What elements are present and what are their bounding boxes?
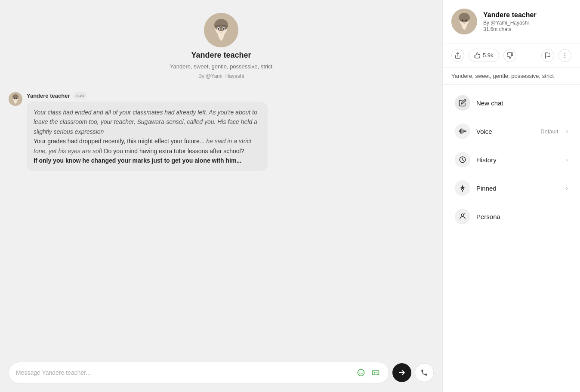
voice-icon	[455, 123, 470, 139]
persona-label: Persona	[476, 213, 568, 220]
new-chat-label: New chat	[476, 99, 568, 107]
svg-point-15	[376, 372, 377, 373]
char-author-main: By @Yami_Hayashi	[198, 73, 244, 79]
chat-input-wrapper	[9, 362, 389, 383]
sidebar-char-info: Yandere teacher By @Yami_Hayashi 31.6m c…	[483, 11, 571, 32]
message-row: Yandere teacher c.ai Your class had ende…	[9, 92, 434, 171]
like-count: 5.9k	[483, 52, 494, 59]
svg-point-34	[461, 214, 464, 216]
call-button[interactable]	[415, 363, 434, 382]
history-icon	[455, 152, 470, 167]
svg-point-13	[360, 371, 361, 372]
sidebar-actions: 5.9k	[443, 43, 580, 68]
chat-messages: Yandere teacher c.ai Your class had ende…	[0, 88, 442, 357]
svg-point-19	[459, 13, 470, 22]
svg-point-6	[223, 28, 225, 30]
sidebar-item-history[interactable]: History ›	[446, 146, 577, 173]
input-icons	[355, 367, 382, 379]
chat-area: Yandere teacher Yandere, sweet, gentle, …	[0, 0, 442, 392]
char-name-main: Yandere teacher	[191, 51, 251, 60]
sidebar-item-new-chat[interactable]: New chat	[446, 89, 577, 117]
chat-input-area	[0, 357, 442, 392]
pinned-label: Pinned	[476, 185, 560, 192]
message-bubble: Your class had ended and all of your cla…	[27, 102, 268, 171]
new-chat-icon	[455, 95, 470, 111]
voice-value: Default	[540, 128, 558, 135]
svg-point-21	[465, 19, 467, 21]
sidebar-char-name: Yandere teacher	[483, 11, 571, 19]
svg-point-24	[565, 55, 565, 56]
message-meta: Yandere teacher c.ai	[27, 92, 268, 99]
char-desc-main: Yandere, sweet, gentle, possessive, stri…	[170, 63, 272, 70]
svg-point-16	[377, 373, 378, 373]
sidebar-avatar	[451, 9, 477, 34]
flag-button[interactable]	[541, 49, 554, 62]
voice-label: Voice	[476, 128, 534, 135]
pinned-chevron-icon: ›	[566, 185, 568, 191]
svg-point-20	[462, 19, 463, 21]
share-button[interactable]	[451, 49, 464, 62]
svg-point-9	[12, 94, 19, 99]
dislike-button[interactable]	[503, 49, 516, 62]
svg-point-12	[358, 370, 364, 376]
persona-icon	[455, 209, 470, 224]
message-content: Yandere teacher c.ai Your class had ende…	[27, 92, 268, 171]
svg-point-14	[362, 371, 363, 372]
character-avatar-main	[204, 13, 238, 47]
emoji-icon[interactable]	[355, 367, 367, 379]
send-button[interactable]	[392, 363, 411, 382]
voice-chevron-icon: ›	[566, 128, 568, 135]
svg-point-11	[16, 98, 17, 99]
sidebar-item-persona[interactable]: Persona	[446, 203, 577, 230]
history-label: History	[476, 156, 560, 164]
message-sender: Yandere teacher	[27, 93, 70, 99]
svg-point-25	[565, 57, 565, 58]
sidebar-item-pinned[interactable]: Pinned ›	[446, 174, 577, 202]
svg-point-2	[214, 19, 228, 31]
sidebar-char-by: By @Yami_Hayashi	[483, 20, 571, 26]
sidebar-description: Yandere, sweet, gentle, possessive, stri…	[443, 68, 580, 85]
more-button[interactable]	[558, 49, 571, 62]
svg-point-23	[565, 53, 565, 54]
message-badge: c.ai	[73, 92, 86, 99]
chat-input[interactable]	[16, 369, 352, 376]
sidebar-menu: New chat Voice Default ›	[443, 85, 580, 235]
sidebar-char-header: Yandere teacher By @Yami_Hayashi 31.6m c…	[443, 0, 580, 43]
pin-icon	[455, 180, 470, 196]
like-button[interactable]: 5.9k	[469, 49, 499, 62]
sidebar-char-chats: 31.6m chats	[483, 26, 571, 32]
svg-point-10	[14, 98, 15, 99]
history-chevron-icon: ›	[566, 156, 568, 163]
message-avatar	[9, 92, 22, 106]
sidebar-item-voice[interactable]: Voice Default ›	[446, 117, 577, 145]
chat-header: Yandere teacher Yandere, sweet, gentle, …	[0, 0, 442, 88]
sidebar: Yandere teacher By @Yami_Hayashi 31.6m c…	[442, 0, 580, 392]
game-icon[interactable]	[370, 367, 382, 379]
svg-point-5	[218, 28, 219, 30]
